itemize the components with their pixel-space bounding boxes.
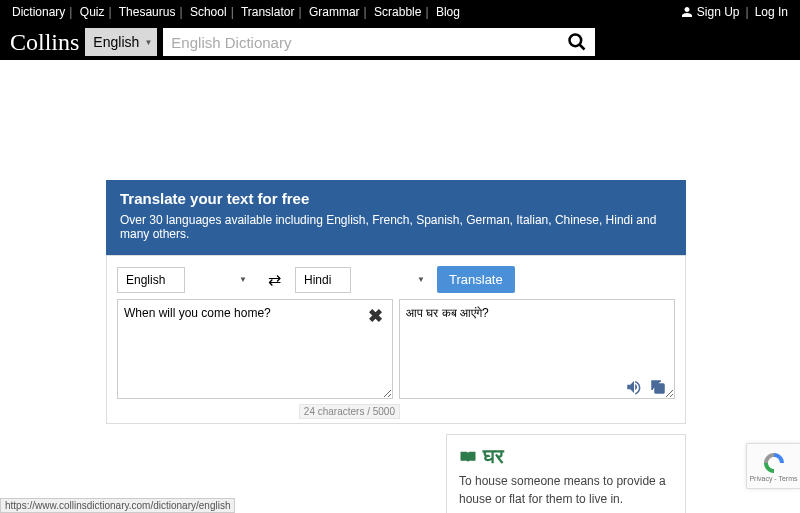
recaptcha-icon xyxy=(762,451,786,475)
nav-scrabble[interactable]: Scrabble xyxy=(374,5,421,19)
login-link[interactable]: Log In xyxy=(755,5,788,19)
book-icon xyxy=(459,450,477,464)
auth-links: Sign Up | Log In xyxy=(681,5,788,19)
nav-quiz[interactable]: Quiz xyxy=(80,5,105,19)
nav-dictionary[interactable]: Dictionary xyxy=(12,5,65,19)
translate-banner: Translate your text for free Over 30 lan… xyxy=(106,180,686,255)
definition-results: घर To house someone means to provide a h… xyxy=(446,434,686,513)
swap-languages-button[interactable]: ⇄ xyxy=(259,270,289,289)
speaker-icon[interactable] xyxy=(625,378,643,396)
to-language-select[interactable]: Hindi xyxy=(295,267,351,293)
svg-line-1 xyxy=(580,45,585,50)
result-word[interactable]: घर xyxy=(483,445,504,468)
nav-translator[interactable]: Translator xyxy=(241,5,295,19)
svg-point-0 xyxy=(570,35,582,47)
search-input[interactable] xyxy=(171,34,567,51)
recaptcha-badge[interactable]: Privacy - Terms xyxy=(746,443,800,489)
translator-panel: English ⇄ Hindi Translate When will you … xyxy=(106,255,686,424)
recaptcha-label: Privacy - Terms xyxy=(749,475,797,482)
result-definition: To house someone means to provide a hous… xyxy=(459,472,673,508)
search-box xyxy=(163,28,595,56)
top-bar: Dictionary| Quiz| Thesaurus| School| Tra… xyxy=(0,0,800,24)
nav-blog[interactable]: Blog xyxy=(436,5,460,19)
logo[interactable]: Collins xyxy=(10,29,79,56)
nav-school[interactable]: School xyxy=(190,5,227,19)
nav-thesaurus[interactable]: Thesaurus xyxy=(119,5,176,19)
char-counter: 24 characters / 5000 xyxy=(299,404,400,419)
definition-entry: घर To house someone means to provide a h… xyxy=(459,445,673,508)
status-bar: https://www.collinsdictionary.com/dictio… xyxy=(0,498,235,513)
banner-subtitle: Over 30 languages available including En… xyxy=(120,213,672,241)
copy-icon[interactable] xyxy=(649,378,667,396)
from-language-select[interactable]: English xyxy=(117,267,185,293)
header: Collins English xyxy=(0,24,800,60)
language-selector[interactable]: English xyxy=(85,28,157,56)
clear-input-button[interactable]: ✖ xyxy=(368,305,383,327)
translate-button[interactable]: Translate xyxy=(437,266,515,293)
source-textarea[interactable]: When will you come home? xyxy=(117,299,393,399)
user-icon xyxy=(681,6,693,18)
banner-title: Translate your text for free xyxy=(120,190,672,207)
signup-link[interactable]: Sign Up xyxy=(697,5,740,19)
nav-grammar[interactable]: Grammar xyxy=(309,5,360,19)
search-icon[interactable] xyxy=(567,32,587,52)
top-nav: Dictionary| Quiz| Thesaurus| School| Tra… xyxy=(12,5,460,19)
